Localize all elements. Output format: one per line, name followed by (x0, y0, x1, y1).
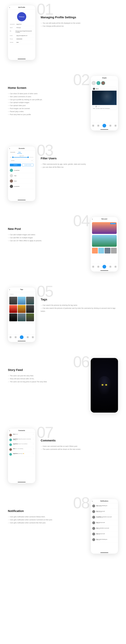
nav-profile-icon[interactable] (115, 266, 116, 268)
nav-profile-icon[interactable] (115, 125, 116, 126)
nav-home-icon[interactable] (10, 336, 11, 338)
like-icon[interactable]: ♡ (33, 448, 34, 451)
field-bio[interactable]: BioPrimocys app Design/Development Compa… (9, 30, 34, 34)
selected-image[interactable] (92, 235, 117, 247)
feature-item: The users can post the story feed. (8, 374, 85, 377)
nav-heart-icon[interactable] (109, 266, 111, 268)
tag-image[interactable] (18, 297, 26, 304)
back-icon[interactable]: ‹ (92, 500, 93, 502)
post-image[interactable] (92, 91, 116, 105)
comment-row: AppyPrimo Doesn't it nice @Steve♡ (8, 442, 35, 447)
age-slider[interactable]: Age 18-75 (10, 156, 33, 158)
nav-home-icon[interactable] (92, 266, 94, 268)
phone-mock-home: Snapta Steve ♡ 💬 ↗ Steve - we have a tea… (91, 76, 118, 130)
like-icon[interactable]: ♡ (33, 434, 34, 436)
share-icon[interactable]: ↗ (98, 106, 99, 107)
tag-image[interactable] (18, 305, 26, 313)
section-title: New Post (8, 227, 85, 231)
home-indicator (18, 200, 26, 200)
selected-image[interactable]: Select Multi (92, 222, 117, 234)
tab-label: Tags (20, 289, 23, 290)
like-icon[interactable]: ♡ (93, 106, 94, 107)
like-icon[interactable]: ♡ (33, 444, 34, 446)
section-title: Home Screen (8, 86, 85, 90)
user-row[interactable]: Steve (8, 178, 35, 184)
phone-header: Snapta (91, 76, 118, 80)
nav-home-icon[interactable] (92, 125, 94, 126)
home-indicator (18, 59, 26, 59)
notification-row[interactable]: Steve started following you3 days ago (91, 537, 118, 542)
notification-row[interactable]: Steve liked your postToday 10:28 AM (91, 509, 118, 514)
add-story-button[interactable] (92, 81, 96, 85)
post-username[interactable]: Steve (96, 88, 99, 90)
field-name[interactable]: NamePrimocys (9, 26, 34, 30)
phone-header: ‹ New post (91, 217, 118, 221)
nav-profile-icon[interactable] (32, 336, 34, 338)
story-image[interactable] (91, 358, 118, 412)
tab-accounts[interactable]: Accounts (9, 151, 16, 154)
comment-icon[interactable]: 💬 (95, 106, 97, 107)
section-title: Filter Users (41, 157, 118, 160)
tag-image[interactable] (26, 297, 34, 304)
tag-image[interactable] (26, 314, 34, 321)
section-tags: 05 ‹ Tags Search (0, 282, 126, 353)
nav-search-icon[interactable] (97, 266, 99, 268)
comment-row: Steve Nice!!♡ (8, 433, 35, 438)
tag-image[interactable] (9, 314, 17, 321)
thumbnail[interactable] (92, 248, 98, 254)
clear-filters-button[interactable]: CLEAR FILTERS (22, 164, 33, 166)
select-multi-badge[interactable]: Select Multi (110, 223, 116, 224)
tag-image[interactable] (18, 314, 26, 321)
like-icon[interactable]: ♡ (33, 438, 34, 441)
nav-heart-icon[interactable] (109, 125, 111, 126)
tag-image[interactable] (9, 305, 17, 313)
comment-row: AppyPrimo @primocys 👋♡ (8, 452, 35, 457)
back-icon[interactable]: ‹ (9, 288, 10, 290)
thumbnail[interactable] (111, 248, 117, 254)
field-email[interactable]: Emailappy.primo@gmail.com (9, 34, 34, 37)
notification-row[interactable]: Steve commented on your post2 days ago (91, 526, 118, 531)
feature-item: User gets notification when someone foll… (8, 515, 85, 518)
search-button[interactable]: SEARCH (10, 164, 21, 166)
nav-add-icon[interactable] (20, 336, 24, 339)
back-icon[interactable]: ‹ (92, 218, 93, 220)
phone-header: ‹ Accounts (8, 146, 35, 150)
tab-filter[interactable]: Filter (17, 151, 22, 154)
user-row[interactable]: shrutishh52 (8, 184, 35, 189)
nav-search-icon[interactable] (97, 125, 99, 126)
feature-item: Filter users/accounts by age, name, gend… (41, 163, 118, 166)
tag-image[interactable] (9, 297, 17, 304)
gender-select[interactable]: Gender▾ (10, 159, 33, 162)
thumbnail[interactable] (98, 248, 104, 254)
search-input[interactable]: Search (9, 293, 34, 296)
back-icon[interactable]: ‹ (9, 430, 10, 432)
avatar[interactable]: Primocys (17, 12, 26, 21)
notification-row[interactable]: KrunalPatel commented on your postYester… (91, 514, 118, 520)
user-row[interactable]: KrunalPatel (8, 168, 35, 173)
notification-row[interactable]: Steve liked your post2 days ago (91, 531, 118, 537)
phone-mock-notifications: ‹ Notifications Steve started following … (91, 499, 118, 554)
nav-add-icon[interactable] (102, 265, 106, 268)
field-username[interactable]: UsernameAppyPrimo (9, 22, 34, 26)
nav-heart-icon[interactable] (27, 336, 29, 338)
field-phone[interactable]: Phone8888888888 (9, 37, 34, 41)
tag-image[interactable] (26, 305, 34, 313)
field-gender[interactable]: GenderMale (9, 41, 34, 44)
avatar[interactable] (93, 88, 95, 90)
brand-label: Snapta (102, 77, 106, 78)
feature-list: Can show 20 latest posts of other users … (8, 92, 85, 116)
notification-row[interactable]: Steve started following youToday 10:30 A… (91, 503, 118, 509)
back-icon[interactable]: ‹ (9, 6, 10, 8)
notification-row[interactable]: Steve liked your postYesterday (91, 520, 118, 526)
like-icon[interactable]: ♡ (33, 453, 34, 456)
story-item[interactable] (96, 81, 100, 85)
thumbnail[interactable] (105, 248, 110, 254)
nav-add-icon[interactable] (102, 124, 106, 128)
section-comments: 07 ‹ Comments Steve Nice!!♡ AppyPrimo Re… (0, 423, 126, 494)
section-title: Managing Profile Settings (41, 16, 118, 19)
user-row[interactable]: Tejas (8, 173, 35, 178)
bottom-nav (8, 334, 35, 340)
story-item[interactable] (101, 81, 105, 85)
nav-search-icon[interactable] (15, 336, 17, 338)
back-icon[interactable]: ‹ (9, 148, 10, 150)
